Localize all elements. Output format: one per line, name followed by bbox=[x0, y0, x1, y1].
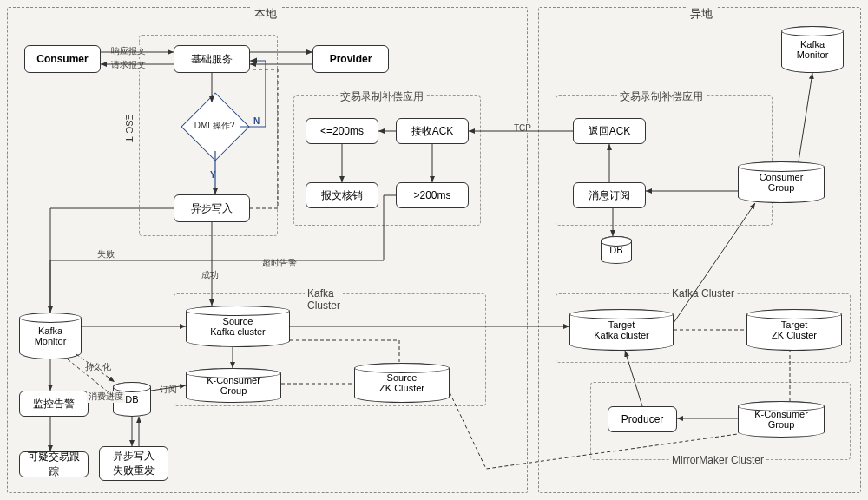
target-kafka-cluster: Target Kafka cluster bbox=[569, 309, 674, 351]
msg-sub-box: 消息订阅 bbox=[573, 182, 646, 208]
monitor-alert-box: 监控告警 bbox=[19, 391, 89, 417]
esc-t-label: ESC-T bbox=[124, 114, 135, 142]
consume-progress-label: 消费进度 bbox=[87, 391, 125, 403]
k-consumer-remote: K-Consumer Group bbox=[738, 401, 825, 438]
async-fail-resend-box: 异步写入 失败重发 bbox=[99, 446, 168, 481]
kafka-local-label: Kafka Cluster bbox=[305, 287, 343, 312]
region-local-label: 本地 bbox=[251, 6, 280, 22]
return-ack-box: 返回ACK bbox=[573, 118, 646, 144]
subscribe-label: 订阅 bbox=[158, 384, 179, 396]
source-zk-cluster: Source ZK Cluster bbox=[354, 363, 450, 403]
txn-comp-local-label: 交易录制补偿应用 bbox=[338, 89, 426, 104]
kafka-remote-label: Kafka Cluster bbox=[669, 287, 737, 299]
txn-comp-remote-label: 交易录制补偿应用 bbox=[617, 89, 706, 104]
tcp-label: TCP bbox=[512, 123, 533, 133]
fail-label: 失败 bbox=[95, 248, 116, 260]
le200ms-box: <=200ms bbox=[306, 118, 378, 144]
y-label: Y bbox=[208, 170, 218, 180]
source-kafka-cluster: Source Kafka cluster bbox=[186, 306, 290, 347]
req-msg-label: 请求报文 bbox=[109, 59, 148, 71]
msg-verify-box: 报文核销 bbox=[306, 182, 378, 208]
async-write-box: 异步写入 bbox=[174, 194, 250, 222]
suspect-track-box: 可疑交易跟踪 bbox=[19, 451, 89, 477]
kafka-monitor-local: Kafka Monitor bbox=[19, 312, 82, 359]
persist-label: 持久化 bbox=[83, 361, 113, 373]
consumer-group-remote: Consumer Group bbox=[738, 161, 825, 203]
resp-msg-label: 响应报文 bbox=[109, 45, 148, 57]
db-remote: DB bbox=[601, 236, 632, 264]
producer-box: Producer bbox=[608, 406, 677, 432]
k-consumer-local: K-Consumer Group bbox=[186, 368, 281, 403]
mirrormaker-label: MirrorMaker Cluster bbox=[669, 454, 766, 466]
recv-ack-box: 接收ACK bbox=[396, 118, 469, 144]
target-zk-cluster: Target ZK Cluster bbox=[746, 309, 842, 351]
consumer-box: Consumer bbox=[24, 45, 101, 73]
success-label: 成功 bbox=[200, 269, 220, 281]
provider-box: Provider bbox=[312, 45, 389, 73]
base-service-box: 基础服务 bbox=[174, 45, 250, 73]
kafka-monitor-remote: Kafka Monitor bbox=[781, 26, 844, 73]
timeout-alert-label: 超时告警 bbox=[260, 257, 299, 269]
region-remote-label: 异地 bbox=[687, 6, 716, 22]
n-label: N bbox=[252, 116, 261, 126]
gt200ms-box: >200ms bbox=[396, 182, 469, 208]
